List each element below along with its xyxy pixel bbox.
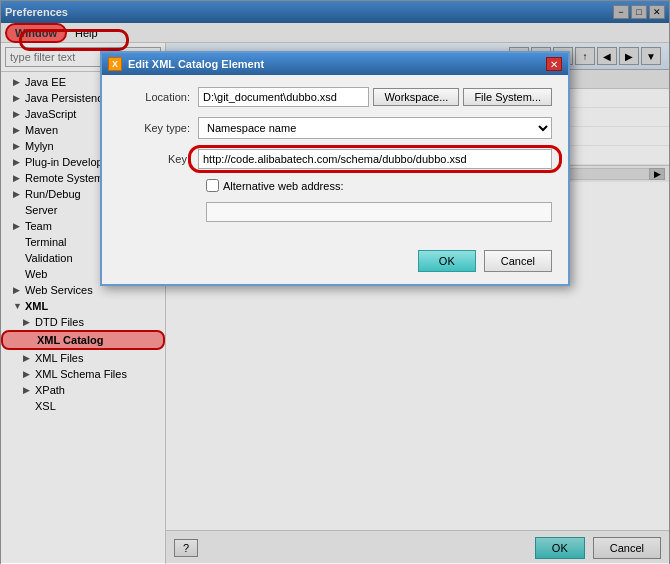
location-buttons: Workspace... File System... — [373, 88, 552, 106]
alt-web-row: Alternative web address: — [118, 179, 552, 192]
key-field-wrapper — [198, 149, 552, 169]
edit-dialog: X Edit XML Catalog Element ✕ Location: W… — [100, 51, 570, 286]
alt-web-label: Alternative web address: — [223, 180, 343, 192]
alt-web-input-container — [118, 202, 552, 230]
key-type-field: Namespace namePublic IDSystem IDURI — [198, 117, 552, 139]
location-label: Location: — [118, 91, 198, 103]
dialog-overlay: X Edit XML Catalog Element ✕ Location: W… — [1, 1, 669, 563]
location-input[interactable] — [198, 87, 369, 107]
location-row: Location: Workspace... File System... — [118, 87, 552, 107]
key-type-label: Key type: — [118, 122, 198, 134]
dialog-buttons: OK Cancel — [102, 242, 568, 284]
key-type-row: Key type: Namespace namePublic IDSystem … — [118, 117, 552, 139]
dialog-title-text: Edit XML Catalog Element — [128, 58, 546, 70]
alt-web-input[interactable] — [206, 202, 552, 222]
workspace-button[interactable]: Workspace... — [373, 88, 459, 106]
dialog-close-button[interactable]: ✕ — [546, 57, 562, 71]
location-field — [198, 87, 369, 107]
file-system-button[interactable]: File System... — [463, 88, 552, 106]
dialog-ok-button[interactable]: OK — [418, 250, 476, 272]
dialog-cancel-button[interactable]: Cancel — [484, 250, 552, 272]
key-input[interactable] — [198, 149, 552, 169]
key-row: Key: — [118, 149, 552, 169]
key-type-select[interactable]: Namespace namePublic IDSystem IDURI — [198, 117, 552, 139]
dialog-icon: X — [108, 57, 122, 71]
key-label: Key: — [118, 153, 198, 165]
dialog-title-bar: X Edit XML Catalog Element ✕ — [102, 53, 568, 75]
dialog-body: Location: Workspace... File System... Ke… — [102, 75, 568, 242]
main-window: Preferences − □ ✕ Window Help ▶ Java EE — [0, 0, 670, 564]
alt-web-checkbox[interactable] — [206, 179, 219, 192]
